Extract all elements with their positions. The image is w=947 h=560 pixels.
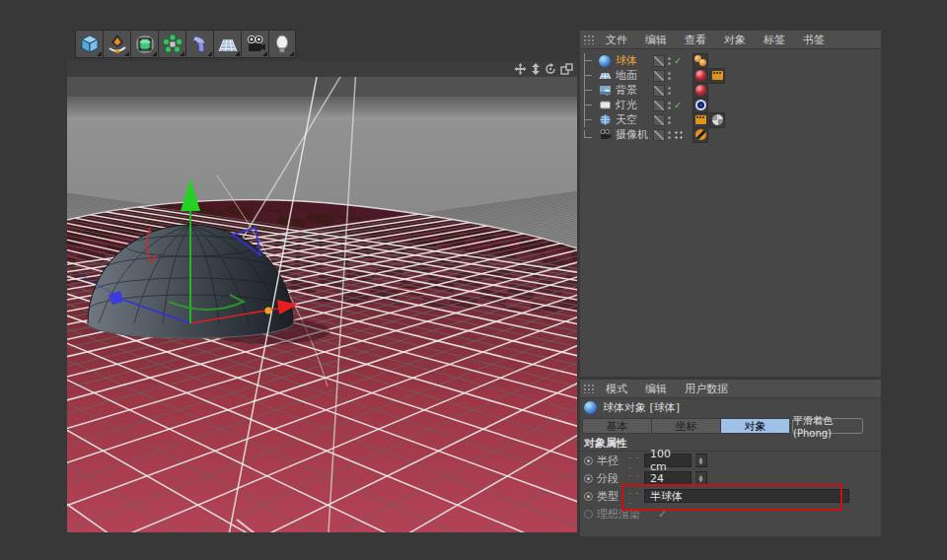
object-label[interactable]: 地面: [616, 68, 651, 83]
add-cube-button[interactable]: [75, 30, 103, 58]
segments-input[interactable]: 24: [644, 471, 692, 485]
menu-edit[interactable]: 编辑: [636, 382, 676, 396]
object-label[interactable]: 背景: [616, 83, 651, 98]
floor-grid-icon: [217, 34, 239, 55]
tab-coordinates[interactable]: 坐标: [651, 418, 720, 434]
dolly-zoom-icon[interactable]: [531, 63, 541, 75]
menu-file[interactable]: 文件: [597, 33, 636, 47]
menu-user-data[interactable]: 用户数据: [676, 382, 737, 396]
bend-icon: [189, 34, 211, 55]
radius-label: 半径: [597, 454, 624, 468]
bend-deformer-button[interactable]: [185, 30, 213, 58]
object-label[interactable]: 天空: [616, 112, 651, 127]
tree-branch: [584, 130, 598, 138]
object-label[interactable]: 球体: [616, 53, 651, 68]
light-object-icon: [598, 99, 612, 112]
light-target-tag-icon[interactable]: [692, 98, 708, 113]
enable-check-icon[interactable]: ✓: [674, 55, 686, 66]
object-label[interactable]: 灯光: [616, 98, 651, 112]
tree-branch: [584, 68, 598, 83]
object-label[interactable]: 摄像机: [616, 127, 651, 142]
visibility-dots[interactable]: [668, 131, 671, 139]
type-dropdown[interactable]: 半球体: [644, 489, 849, 503]
tree-branch: [584, 83, 598, 98]
render-perfect-checkbox[interactable]: ✓: [658, 508, 667, 521]
panel-grip-icon[interactable]: [583, 35, 595, 44]
panel-grip-icon[interactable]: [583, 384, 595, 393]
pan-icon[interactable]: [514, 63, 527, 75]
lightbulb-icon: [271, 34, 293, 55]
layer-toggle-icon[interactable]: [653, 129, 665, 141]
attribute-menubar: 模式 编辑 用户数据: [580, 380, 881, 398]
visibility-dots[interactable]: [668, 72, 671, 80]
menu-edit[interactable]: 编辑: [636, 33, 676, 47]
render-perfect-row: 理想渲染 ✓: [580, 505, 881, 523]
visibility-dots[interactable]: [668, 87, 671, 95]
object-manager-menubar: 文件 编辑 查看 对象 标签 书签: [580, 31, 881, 49]
light-button[interactable]: [268, 30, 296, 58]
menu-objects[interactable]: 对象: [715, 33, 755, 47]
menu-bookmarks[interactable]: 书签: [794, 33, 834, 47]
radius-stepper[interactable]: ▲▼: [695, 454, 707, 467]
menu-view[interactable]: 查看: [676, 33, 715, 47]
tab-basic[interactable]: 基本: [582, 418, 651, 434]
object-row-camera[interactable]: 摄像机: [580, 127, 881, 142]
compositing-tag-icon[interactable]: [709, 68, 725, 84]
array-generator-button[interactable]: [158, 30, 185, 58]
visibility-dots[interactable]: [668, 102, 671, 109]
compositing-tag-icon[interactable]: [692, 112, 708, 128]
cinema4d-window: 文件 编辑 查看 对象 标签 书签 球体 ✓: [0, 0, 947, 560]
visibility-dots[interactable]: [668, 57, 671, 65]
menu-mode[interactable]: 模式: [597, 382, 636, 396]
layer-toggle-icon[interactable]: [653, 100, 665, 111]
material-tag-icon[interactable]: [692, 68, 708, 84]
type-label: 类型: [597, 489, 624, 504]
keyframe-circle-icon[interactable]: [584, 456, 593, 465]
radius-input[interactable]: 100 cm: [644, 454, 692, 467]
protection-tag-icon[interactable]: [692, 127, 708, 143]
object-row-light[interactable]: 灯光 ✓: [580, 98, 881, 112]
object-row-floor[interactable]: 地面: [580, 68, 881, 83]
camera-button[interactable]: [241, 30, 268, 58]
texture-tag-icon[interactable]: [709, 112, 725, 128]
x-axis-point[interactable]: [265, 308, 272, 315]
object-row-sphere[interactable]: 球体 ✓: [580, 53, 881, 68]
layer-toggle-icon[interactable]: [653, 114, 665, 126]
type-row: 类型 . . . 半球体: [580, 487, 881, 505]
layer-toggle-icon[interactable]: [653, 70, 665, 82]
3d-viewport[interactable]: [67, 61, 577, 532]
keyframe-circle-icon[interactable]: [584, 492, 593, 501]
floor-environment-button[interactable]: [213, 30, 241, 58]
sphere-object-icon: [598, 54, 612, 68]
phong-tag-icon[interactable]: [692, 53, 708, 69]
rotate-icon[interactable]: [545, 63, 556, 75]
layer-toggle-icon[interactable]: [653, 55, 665, 67]
viewport-header: [67, 61, 577, 77]
main-toolbar: [75, 30, 296, 59]
keyframe-circle-icon[interactable]: [584, 474, 593, 483]
object-row-sky[interactable]: 天空: [580, 112, 881, 127]
tab-phong[interactable]: 平滑着色(Phong): [792, 418, 863, 434]
segments-label: 分段: [597, 471, 624, 486]
object-manager: 文件 编辑 查看 对象 标签 书签 球体 ✓: [580, 31, 881, 377]
spline-pen-button[interactable]: [103, 30, 130, 58]
material-tag-icon[interactable]: [692, 83, 708, 99]
tree-branch: [584, 112, 598, 127]
floor-object-icon: [598, 69, 612, 83]
subdivision-surface-button[interactable]: [130, 30, 158, 58]
segments-stepper[interactable]: ▲▼: [695, 471, 707, 485]
enable-check-icon[interactable]: ✓: [674, 100, 686, 110]
object-row-background[interactable]: 背景: [580, 83, 881, 98]
subdivision-cage-icon: [134, 34, 156, 55]
render-state-dots-icon[interactable]: [674, 130, 684, 140]
visibility-dots[interactable]: [668, 116, 671, 124]
attribute-tabs: 基本 坐标 对象 平滑着色(Phong): [580, 417, 881, 435]
keyframe-circle-icon[interactable]: [584, 510, 593, 519]
menu-tags[interactable]: 标签: [755, 33, 794, 47]
radius-row: 半径 . . . 100 cm ▲▼: [580, 452, 881, 469]
viewport-canvas[interactable]: [67, 77, 577, 532]
toggle-view-icon[interactable]: [560, 63, 573, 75]
tab-object[interactable]: 对象: [720, 418, 789, 434]
object-title: 球体对象 [球体]: [603, 400, 680, 415]
layer-toggle-icon[interactable]: [653, 85, 665, 97]
